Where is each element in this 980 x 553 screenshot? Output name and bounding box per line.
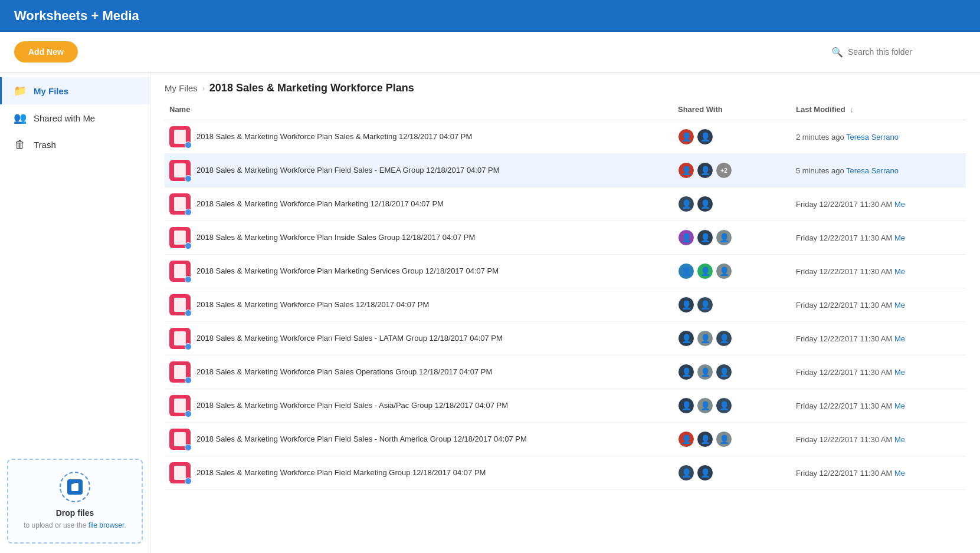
modified-cell: Friday 12/22/2017 11:30 AM Me [796,469,961,478]
avatar: 👤 [678,397,694,414]
modified-cell: Friday 12/22/2017 11:30 AM Me [796,233,961,242]
file-browser-link[interactable]: file browser [89,521,124,529]
file-badge [185,444,192,451]
avatar: 👤 [716,330,732,347]
file-table: Name Shared With Last Modified ↓ 2018 Sa… [150,99,980,553]
table-row[interactable]: 2018 Sales & Marketing Workforce Plan Fi… [165,389,966,423]
modified-time: Friday 12/22/2017 11:30 AM [796,368,894,377]
drop-zone[interactable]: Drop files to upload or use the file bro… [7,459,143,544]
folder-icon: 📁 [14,84,27,97]
avatar: 👤 [678,263,694,279]
modified-time: Friday 12/22/2017 11:30 AM [796,200,894,209]
modified-cell: Friday 12/22/2017 11:30 AM Me [796,401,961,410]
avatar: 👤 [697,129,713,145]
file-icon [169,193,191,215]
drop-title: Drop files [56,508,94,518]
table-row[interactable]: 2018 Sales & Marketing Workforce Plan Sa… [165,288,966,322]
table-row[interactable]: 2018 Sales & Marketing Workforce Plan Ma… [165,187,966,221]
file-name: 2018 Sales & Marketing Workforce Plan Fi… [196,434,527,445]
modified-cell: Friday 12/22/2017 11:30 AM Me [796,200,961,209]
table-row[interactable]: 2018 Sales & Marketing Workforce Plan In… [165,221,966,255]
avatar: 👤 [697,162,713,179]
file-icon [169,160,191,181]
file-cell: 2018 Sales & Marketing Workforce Plan Sa… [169,361,678,383]
trash-icon: 🗑 [14,139,27,151]
modified-author: Me [894,401,905,410]
table-row[interactable]: 2018 Sales & Marketing Workforce Plan Fi… [165,423,966,456]
file-name: 2018 Sales & Marketing Workforce Plan Sa… [196,131,472,142]
modified-author: Me [894,435,905,444]
people-icon: 👥 [14,111,27,124]
file-icon [169,361,191,383]
avatar: 👤 [678,364,694,380]
search-bar: 🔍 [831,47,966,58]
avatar: 👤 [697,431,713,447]
avatar: 👤 [697,196,713,212]
avatar: 👤 [697,263,713,279]
modified-time: Friday 12/22/2017 11:30 AM [796,334,894,343]
shared-with-cell: 👤👤👤 [678,364,796,380]
table-row[interactable]: 2018 Sales & Marketing Workforce Plan Ma… [165,255,966,288]
shared-with-cell: 👤👤👤 [678,330,796,347]
file-cell: 2018 Sales & Marketing Workforce Plan Ma… [169,261,678,282]
table-row[interactable]: 2018 Sales & Marketing Workforce Plan Sa… [165,120,966,154]
file-name: 2018 Sales & Marketing Workforce Plan Ma… [196,199,444,209]
sidebar-item-trash[interactable]: 🗑 Trash [0,131,150,158]
file-name: 2018 Sales & Marketing Workforce Plan In… [196,232,475,243]
file-cell: 2018 Sales & Marketing Workforce Plan Fi… [169,160,678,181]
modified-author: Me [894,334,905,343]
shared-with-cell: 👤👤 [678,129,796,145]
file-icon [169,328,191,349]
modified-cell: Friday 12/22/2017 11:30 AM Me [796,334,961,343]
modified-cell: 2 minutes ago Teresa Serrano [796,133,961,141]
file-cell: 2018 Sales & Marketing Workforce Plan Ma… [169,193,678,215]
avatar: 👤 [678,330,694,347]
file-icon [169,395,191,416]
drop-icon-inner [67,479,83,495]
table-row[interactable]: 2018 Sales & Marketing Workforce Plan Fi… [165,154,966,187]
sidebar-item-my-files[interactable]: 📁 My Files [0,77,150,104]
avatar: 👤 [697,397,713,414]
file-cell: 2018 Sales & Marketing Workforce Plan Sa… [169,126,678,147]
file-cell: 2018 Sales & Marketing Workforce Plan Sa… [169,294,678,315]
file-cell: 2018 Sales & Marketing Workforce Plan In… [169,227,678,248]
file-cell: 2018 Sales & Marketing Workforce Plan Fi… [169,429,678,450]
modified-cell: Friday 12/22/2017 11:30 AM Me [796,368,961,377]
modified-time: 5 minutes ago [796,166,846,175]
shared-with-cell: 👤👤👤 [678,431,796,447]
avatar: 👤 [716,263,732,279]
table-row[interactable]: 2018 Sales & Marketing Workforce Plan Fi… [165,322,966,356]
avatar: 👤 [697,330,713,347]
modified-author: Teresa Serrano [846,166,899,175]
avatar: 👤 [678,465,694,481]
sidebar-item-shared-with-me[interactable]: 👥 Shared with Me [0,104,150,131]
modified-author: Me [894,200,905,209]
table-header: Name Shared With Last Modified ↓ [165,99,966,120]
file-badge [185,343,192,350]
modified-cell: 5 minutes ago Teresa Serrano [796,166,961,175]
modified-author: Me [894,233,905,242]
app-header: Worksheets + Media [0,0,980,32]
add-new-button[interactable]: Add New [14,41,78,62]
breadcrumb-current: 2018 Sales & Marketing Workforce Plans [209,82,414,94]
drop-icon [60,472,90,502]
avatar: 👤 [716,364,732,380]
modified-cell: Friday 12/22/2017 11:30 AM Me [796,435,961,444]
avatar: 👤 [697,229,713,246]
breadcrumb: My Files › 2018 Sales & Marketing Workfo… [150,73,980,99]
search-input[interactable] [848,47,966,57]
modified-time: Friday 12/22/2017 11:30 AM [796,267,894,276]
shared-with-cell: 👤👤👤 [678,397,796,414]
avatar: 👤 [716,397,732,414]
modified-time: Friday 12/22/2017 11:30 AM [796,401,894,410]
table-row[interactable]: 2018 Sales & Marketing Workforce Plan Fi… [165,456,966,490]
table-row[interactable]: 2018 Sales & Marketing Workforce Plan Sa… [165,356,966,389]
file-badge [185,175,192,182]
file-name: 2018 Sales & Marketing Workforce Plan Fi… [196,333,503,344]
avatar: 👤 [678,229,694,246]
breadcrumb-parent[interactable]: My Files [165,83,198,93]
file-name: 2018 Sales & Marketing Workforce Plan Sa… [196,299,429,310]
file-name: 2018 Sales & Marketing Workforce Plan Fi… [196,468,486,478]
avatar: 👤 [678,129,694,145]
avatar: 👤 [697,465,713,481]
